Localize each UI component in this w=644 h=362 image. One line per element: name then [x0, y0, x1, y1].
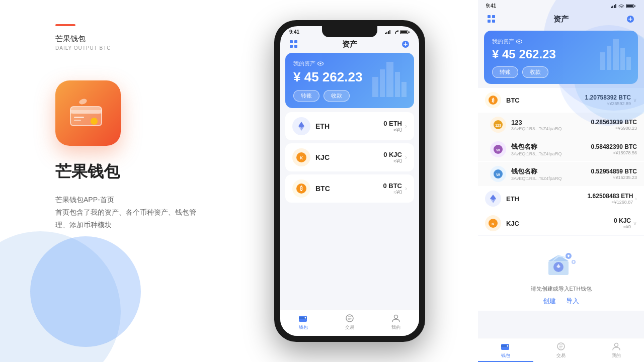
- svg-rect-14: [409, 31, 410, 33]
- kjc-svg: K: [296, 152, 307, 163]
- svg-point-60: [518, 41, 520, 43]
- add-button[interactable]: [400, 39, 411, 50]
- r-wallet1-addr: 3AvEQt1R8...TsZ4fpaRQ: [511, 151, 591, 156]
- right-panel: 9:41: [478, 0, 644, 362]
- grid-icon[interactable]: [288, 39, 299, 50]
- btc-svg: ₿: [296, 183, 307, 194]
- r-grid-svg: [488, 15, 496, 23]
- svg-rect-17: [290, 45, 293, 48]
- r-wallet2-amount: 0.52954859 BTC: [591, 168, 637, 175]
- btc-amount: 0 BTC: [383, 182, 402, 190]
- r-eth-cny: ≈¥1268.87: [588, 200, 633, 205]
- right-coin-eth[interactable]: ETH 1.62508483 ETH ≈¥1268.87 ›: [478, 187, 644, 211]
- phone-tab-wallet[interactable]: 钱包: [280, 313, 327, 331]
- left-panel: 芒果钱包 DAILY OUTPUT BTC 芒果钱包 芒果钱包APP-首页 首页…: [0, 0, 272, 362]
- app-desc-line2: 首页包含了我的资产、各个币种资产、钱包管: [55, 208, 196, 216]
- r-eth-right: 1.62508483 ETH ≈¥1268.87: [588, 193, 633, 205]
- transfer-button[interactable]: 转账: [293, 90, 319, 102]
- phone-tab-mine[interactable]: 我的: [373, 313, 419, 331]
- right-coin-wallet1[interactable]: W 钱包名称 3AvEQt1R8...TsZ4fpaRQ 0.58482390 …: [478, 137, 644, 161]
- svg-text:K: K: [300, 155, 303, 160]
- coin-item-eth[interactable]: ETH 0 ETH ≈¥0 ›: [285, 112, 414, 140]
- brand-bar: [55, 24, 75, 26]
- signal-icon: [385, 30, 391, 34]
- r-wallet-tab-icon: [501, 341, 511, 351]
- tx-tab-icon: [345, 313, 355, 323]
- r-wallet1-name: 钱包名称: [511, 142, 591, 151]
- brand-subtitle: DAILY OUTPUT BTC: [55, 45, 111, 51]
- right-coin-wallet2[interactable]: W 钱包名称 3AvEQt1R8...TsZ4fpaRQ 0.52954859 …: [478, 162, 644, 186]
- right-bottom-tabs: 钱包 交易 我的: [478, 338, 644, 362]
- receive-button[interactable]: 收款: [324, 90, 350, 102]
- r-wallet2-addr: 3AvEQt1R8...TsZ4fpaRQ: [511, 176, 591, 181]
- svg-point-38: [305, 317, 306, 319]
- r-kjc-name: KJC: [506, 220, 614, 227]
- phone-time: 9:41: [289, 29, 299, 35]
- r-wallet2-cny: ≈¥15235.23: [591, 175, 637, 180]
- r-mine-tab-icon: [611, 341, 621, 351]
- coin-item-btc[interactable]: ₿ BTC 0 BTC ≈¥0 ›: [285, 174, 414, 203]
- r-grid-icon[interactable]: [486, 14, 497, 25]
- phone-tab-tx[interactable]: 交易: [327, 313, 373, 331]
- wallet-tab-label: 钱包: [299, 324, 308, 331]
- svg-rect-21: [405, 42, 406, 46]
- r-kjc-amount: 0 KJC: [614, 217, 631, 224]
- svg-rect-4: [74, 117, 84, 118]
- r-123-addr: 3AvEQt1R8...TsZ4fpaRQ: [511, 126, 591, 131]
- eth-svg: [296, 121, 307, 132]
- r-wallet1-cny: ≈¥15978.56: [591, 150, 637, 155]
- r-kjc-chevron: ∨: [633, 220, 637, 227]
- r-wallet1-right: 0.58482390 BTC ≈¥15978.56: [591, 143, 637, 155]
- coin-item-kjc[interactable]: K KJC 0 KJC ≈¥0 ›: [285, 143, 414, 171]
- building-svg: [367, 57, 410, 100]
- eth-icon: [292, 117, 310, 135]
- wallet-svg: [299, 314, 308, 322]
- svg-rect-13: [400, 31, 407, 33]
- phone-header: 资产: [280, 35, 419, 53]
- asset-card: 我的资产 ¥ 45 262.23 转账 收款: [285, 53, 414, 108]
- right-tab-wallet[interactable]: 钱包: [478, 341, 533, 359]
- r-tx-tab-icon: [556, 341, 566, 351]
- right-coin-kjc[interactable]: K KJC 0 KJC ≈¥0 ∨: [478, 211, 644, 235]
- eth-create-links: 创建 导入: [543, 297, 579, 306]
- svg-point-6: [78, 98, 88, 106]
- svg-rect-26: [386, 62, 393, 97]
- r-123-cny: ≈¥5908.23: [591, 126, 637, 131]
- mine-tab-label: 我的: [391, 324, 400, 331]
- wallet-tab-icon: [298, 313, 308, 323]
- phone-outer: 9:41: [274, 20, 425, 342]
- eth-create-section: 请先创建或导入ETH钱包 创建 导入: [478, 236, 644, 311]
- right-tab-mine[interactable]: 我的: [589, 341, 644, 359]
- r-receive-button[interactable]: 收款: [522, 66, 548, 78]
- r-wallet-tab-svg: [501, 342, 510, 350]
- r-transfer-button[interactable]: 转账: [492, 66, 518, 78]
- btc-right: 0 BTC ≈¥0: [383, 182, 402, 195]
- right-time: 9:41: [486, 3, 496, 9]
- r-wallet1-svg: W: [493, 144, 503, 154]
- eth-import-link[interactable]: 导入: [566, 297, 579, 306]
- eth-create-text: 请先创建或导入ETH钱包: [531, 285, 592, 293]
- svg-rect-5: [74, 120, 81, 121]
- kjc-icon: K: [292, 148, 310, 166]
- app-icon-svg: [68, 98, 108, 129]
- svg-text:W: W: [496, 172, 500, 177]
- eth-chevron: ›: [405, 123, 407, 130]
- right-tab-tx[interactable]: 交易: [533, 341, 589, 359]
- building-deco: [367, 57, 410, 102]
- bg-circle-2: [30, 236, 141, 347]
- r-wallet2-right: 0.52954859 BTC ≈¥15235.23: [591, 168, 637, 180]
- svg-rect-2: [70, 110, 102, 114]
- r-kjc-info: KJC: [506, 220, 614, 227]
- r-wallet-tab-label: 钱包: [501, 352, 510, 359]
- svg-point-11: [395, 33, 396, 34]
- r-building-deco: [596, 35, 634, 74]
- phone-bottom-tabs: 钱包 交易: [280, 310, 419, 336]
- eth-create-link[interactable]: 创建: [543, 297, 556, 306]
- kjc-chevron: ›: [405, 154, 407, 161]
- grid-svg: [290, 40, 298, 48]
- r-123-info: 123 3AvEQt1R8...TsZ4fpaRQ: [511, 119, 591, 131]
- svg-rect-62: [607, 46, 611, 70]
- add-icon: [401, 40, 410, 48]
- svg-rect-9: [388, 31, 389, 34]
- phone-mockup: 9:41: [272, 10, 428, 352]
